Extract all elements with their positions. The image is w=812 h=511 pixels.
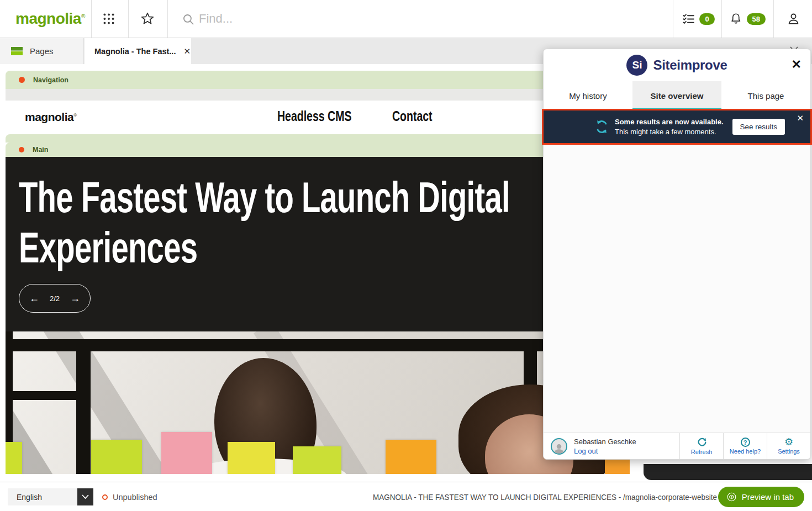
tab-label: Magnolia - The Fast... [94, 47, 176, 56]
star-icon [140, 11, 155, 27]
user-name: Sebastian Geschke [574, 438, 636, 446]
carousel-prev-icon[interactable]: ← [29, 293, 39, 304]
sticky-note [228, 442, 275, 474]
window-frame [76, 339, 91, 474]
magnolia-logo[interactable]: magnolia® [15, 10, 85, 28]
search-input[interactable] [199, 9, 530, 29]
help-icon: ? [741, 438, 750, 447]
carousel-control: ← 2/2 → [19, 284, 91, 313]
divider [673, 0, 673, 38]
favorites-button[interactable] [140, 11, 155, 27]
siteimprove-brand-name: Siteimprove [653, 57, 727, 73]
area-label: Main [33, 146, 48, 154]
results-notification-bar: Some results are now available. This mig… [544, 110, 810, 143]
bell-icon [729, 12, 743, 26]
logout-link[interactable]: Log out [574, 447, 636, 455]
avatar [551, 438, 567, 455]
siteimprove-tabs: My history Site overview This page [544, 81, 810, 110]
tab-this-page[interactable]: This page [721, 81, 810, 110]
area-marker-dot [19, 147, 24, 152]
siteimprove-logo-icon: Si [626, 55, 647, 76]
avatar-person-icon [553, 442, 565, 454]
app-bar: magnolia® 0 [0, 0, 812, 38]
help-label: Need help? [730, 448, 761, 455]
preview-eye-icon [726, 492, 737, 502]
divider [721, 0, 722, 38]
siteimprove-panel: Si Siteimprove ✕ My history Site overvie… [543, 49, 811, 460]
divider [773, 0, 774, 38]
notification-text: Some results are now available. This mig… [615, 117, 724, 136]
grid-icon [102, 12, 116, 26]
status-bar: English Unpublished MAGNOLIA - THE FASTE… [0, 482, 812, 511]
nav-link-headless-cms[interactable]: Headless CMS [277, 108, 351, 124]
language-dropdown-button[interactable] [77, 488, 93, 505]
nav-link-contact[interactable]: Contact [392, 108, 433, 124]
siteimprove-footer: Sebastian Geschke Log out Refresh ? Need… [544, 433, 810, 459]
notifications-badge: 58 [747, 13, 766, 25]
preview-in-tab-button[interactable]: Preview in tab [718, 487, 804, 507]
hero-title: The Fastest Way to Launch Digital Experi… [19, 172, 624, 273]
carousel-position: 2/2 [50, 294, 60, 303]
sticky-note [6, 442, 22, 474]
refresh-button[interactable]: Refresh [679, 433, 723, 459]
sync-icon [594, 119, 609, 134]
need-help-button[interactable]: ? Need help? [723, 433, 767, 459]
close-panel-icon[interactable]: ✕ [792, 57, 802, 72]
tab-my-history[interactable]: My history [544, 81, 632, 110]
settings-label: Settings [778, 448, 800, 455]
settings-button[interactable]: ⚙ Settings [767, 433, 810, 459]
notifications-button[interactable]: 58 [729, 0, 766, 38]
pages-icon [11, 47, 23, 55]
carousel-next-icon[interactable]: → [70, 293, 80, 304]
site-footer-banner [644, 464, 812, 480]
close-tab-icon[interactable]: ✕ [183, 46, 191, 56]
tab-site-overview[interactable]: Site overview [632, 81, 721, 110]
language-select[interactable]: English [8, 488, 77, 505]
chevron-down-icon [81, 494, 89, 500]
profile-button[interactable] [780, 0, 806, 38]
user-info: Sebastian Geschke Log out [544, 433, 679, 459]
see-results-button[interactable]: See results [732, 119, 785, 135]
sticky-note [91, 440, 142, 474]
tasks-button[interactable]: 0 [681, 0, 715, 38]
window-frame [6, 391, 88, 400]
app-launcher-icon[interactable] [101, 11, 117, 27]
site-nav: Headless CMS Contact [277, 108, 444, 124]
publication-status-label: Unpublished [113, 493, 157, 502]
divider [128, 0, 129, 38]
preview-button-label: Preview in tab [742, 492, 794, 502]
gear-icon: ⚙ [784, 438, 793, 447]
area-marker-dot [19, 77, 25, 83]
tab-label: Pages [30, 46, 54, 56]
site-logo[interactable]: magnolia® [25, 110, 77, 124]
sticky-note [293, 446, 341, 474]
divider [167, 0, 168, 38]
tasks-icon [682, 12, 695, 26]
tasks-badge: 0 [699, 13, 714, 25]
page-path: MAGNOLIA - THE FASTEST WAY TO LAUNCH DIG… [373, 492, 717, 502]
unpublished-status-icon [102, 494, 108, 500]
sticky-note [161, 432, 212, 474]
refresh-icon [697, 437, 707, 447]
hero-image [6, 331, 630, 474]
tab-magnolia-page[interactable]: Magnolia - The Fast... ✕ [85, 38, 191, 64]
divider [91, 0, 92, 38]
person-icon [786, 12, 801, 27]
siteimprove-panel-body [544, 143, 810, 433]
dismiss-notification-icon[interactable]: ✕ [797, 113, 804, 123]
area-label: Navigation [33, 76, 68, 84]
search-icon [181, 12, 196, 27]
siteimprove-header: Si Siteimprove ✕ [544, 49, 810, 81]
refresh-label: Refresh [691, 449, 713, 455]
tab-pages[interactable]: Pages [0, 38, 84, 64]
publication-status: Unpublished [102, 488, 157, 505]
sticky-note [386, 440, 436, 474]
